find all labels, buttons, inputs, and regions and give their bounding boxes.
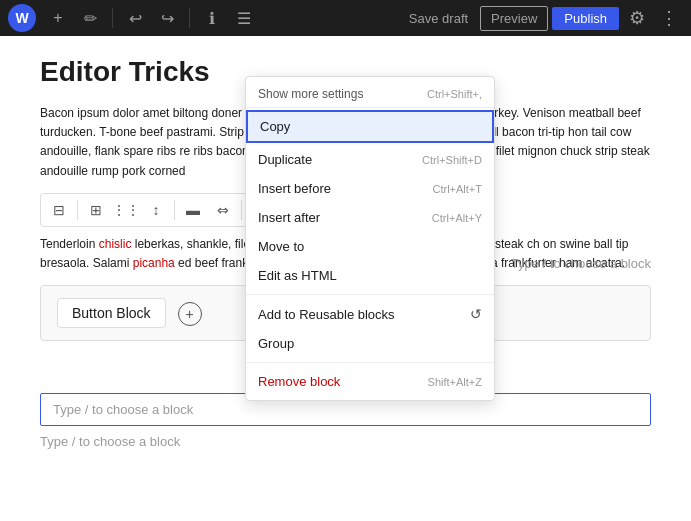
undo-button[interactable]: ↩ xyxy=(121,4,149,32)
top-toolbar: W + ✏ ↩ ↪ ℹ ☰ Save draft Preview Publish… xyxy=(0,0,691,36)
context-menu-item-duplicate[interactable]: Duplicate Ctrl+Shift+D xyxy=(246,145,494,174)
insert-after-label: Insert after xyxy=(258,210,320,225)
button-block-label[interactable]: Button Block xyxy=(57,298,166,328)
context-menu-item-edit-as-html[interactable]: Edit as HTML xyxy=(246,261,494,290)
block-drag-button[interactable]: ⋮⋮ xyxy=(112,196,140,224)
group-label: Group xyxy=(258,336,294,351)
insert-after-shortcut: Ctrl+Alt+Y xyxy=(432,212,482,224)
tools-button[interactable]: ✏ xyxy=(76,4,104,32)
block-toolbar: ⊟ ⊞ ⋮⋮ ↕ ▬ ⇔ ⋯ xyxy=(40,193,279,227)
context-menu-header-text: Show more settings xyxy=(258,87,363,101)
add-button-block-button[interactable]: + xyxy=(178,302,202,326)
right-type-hint: Type / to choose a block xyxy=(511,256,651,271)
insert-before-shortcut: Ctrl+Alt+T xyxy=(432,183,482,195)
remove-block-shortcut: Shift+Alt+Z xyxy=(428,376,482,388)
editor-area: Editor Tricks Bacon ipsum dolor amet bil… xyxy=(0,36,691,521)
context-menu-item-move-to[interactable]: Move to xyxy=(246,232,494,261)
details-button[interactable]: ℹ xyxy=(198,4,226,32)
add-reusable-label: Add to Reusable blocks xyxy=(258,307,395,322)
block-spacing-button[interactable]: ⇔ xyxy=(209,196,237,224)
context-menu-header-shortcut: Ctrl+Shift+, xyxy=(427,88,482,100)
toolbar-divider-1 xyxy=(112,8,113,28)
block-grid-button[interactable]: ⊞ xyxy=(82,196,110,224)
reusable-icon: ↺ xyxy=(470,306,482,322)
duplicate-shortcut: Ctrl+Shift+D xyxy=(422,154,482,166)
insert-before-label: Insert before xyxy=(258,181,331,196)
block-toolbar-divider-1 xyxy=(77,200,78,220)
context-menu-item-insert-after[interactable]: Insert after Ctrl+Alt+Y xyxy=(246,203,494,232)
remove-block-label: Remove block xyxy=(258,374,340,389)
context-menu-item-group[interactable]: Group xyxy=(246,329,494,358)
wp-logo-icon[interactable]: W xyxy=(8,4,36,32)
bottom-type-hint: Type / to choose a block xyxy=(40,434,651,449)
context-menu-item-remove[interactable]: Remove block Shift+Alt+Z xyxy=(246,367,494,396)
editor-content[interactable]: Editor Tricks Bacon ipsum dolor amet bil… xyxy=(0,36,691,521)
block-move-button[interactable]: ↕ xyxy=(142,196,170,224)
context-menu-item-insert-before[interactable]: Insert before Ctrl+Alt+T xyxy=(246,174,494,203)
save-draft-button[interactable]: Save draft xyxy=(401,7,476,30)
block-toolbar-divider-3 xyxy=(241,200,242,220)
block-align-button[interactable]: ▬ xyxy=(179,196,207,224)
block-type-icon-button[interactable]: ⊟ xyxy=(45,196,73,224)
list-view-button[interactable]: ☰ xyxy=(230,4,258,32)
context-menu-item-copy[interactable]: Copy xyxy=(246,110,494,143)
publish-button[interactable]: Publish xyxy=(552,7,619,30)
context-menu: Show more settings Ctrl+Shift+, Copy Dup… xyxy=(245,76,495,401)
toolbar-divider-2 xyxy=(189,8,190,28)
block-toolbar-divider-2 xyxy=(174,200,175,220)
copy-label: Copy xyxy=(260,119,290,134)
duplicate-label: Duplicate xyxy=(258,152,312,167)
settings-button[interactable]: ⚙ xyxy=(623,4,651,32)
preview-button[interactable]: Preview xyxy=(480,6,548,31)
add-block-button[interactable]: + xyxy=(44,4,72,32)
redo-button[interactable]: ↪ xyxy=(153,4,181,32)
context-menu-item-add-reusable[interactable]: Add to Reusable blocks ↺ xyxy=(246,299,494,329)
context-menu-divider-1 xyxy=(246,294,494,295)
edit-as-html-label: Edit as HTML xyxy=(258,268,337,283)
move-to-label: Move to xyxy=(258,239,304,254)
context-menu-divider-2 xyxy=(246,362,494,363)
more-options-button[interactable]: ⋮ xyxy=(655,4,683,32)
context-menu-header: Show more settings Ctrl+Shift+, xyxy=(246,81,494,108)
